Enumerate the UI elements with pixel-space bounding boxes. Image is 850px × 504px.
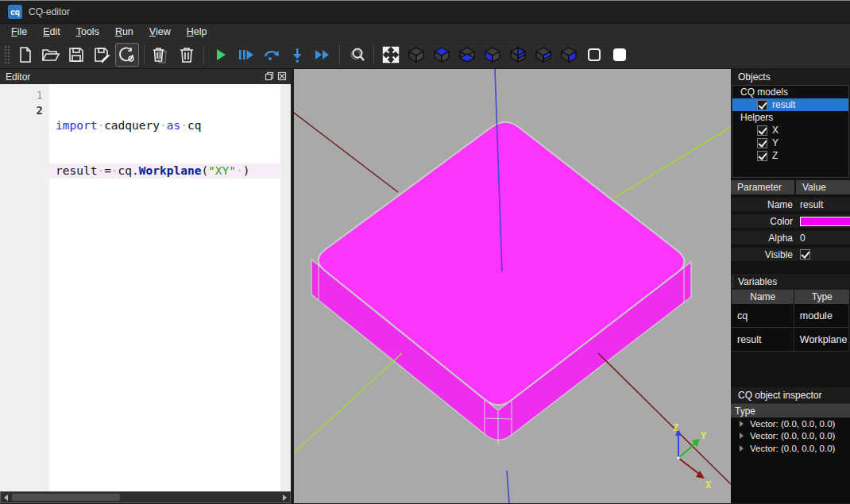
variables-panel-title: Variables <box>731 274 850 290</box>
iso-view-button[interactable] <box>404 43 428 67</box>
tree-item-result[interactable]: result <box>732 98 848 111</box>
left-view-button[interactable] <box>531 43 555 67</box>
wireframe-view-button[interactable] <box>582 43 606 67</box>
tree-group-cq-models[interactable]: CQ models <box>732 86 848 98</box>
toolbar-separator <box>339 45 340 64</box>
inspector-row-vector-3[interactable]: Vector: (0.0, 0.0, 0.0) <box>731 442 850 455</box>
scrollbar-thumb[interactable] <box>12 494 120 501</box>
top-view-button[interactable] <box>430 43 454 67</box>
toolbar-separator <box>203 45 204 64</box>
fit-view-button[interactable] <box>379 43 403 67</box>
zoom-search-button[interactable] <box>345 43 369 67</box>
scrollbar-track[interactable] <box>11 492 280 502</box>
menu-run[interactable]: Run <box>107 25 141 39</box>
left-view-cube-icon <box>534 45 553 64</box>
variables-table[interactable]: Name Type cq module result Workplane <box>732 290 849 352</box>
menu-help[interactable]: Help <box>179 25 215 39</box>
triad-x-label: X <box>705 479 712 491</box>
step-over-icon <box>263 47 280 63</box>
front-view-button[interactable] <box>481 43 504 67</box>
variables-type-header[interactable]: Type <box>794 290 849 304</box>
right-view-button[interactable] <box>557 43 581 67</box>
parameter-table-header: Parameter Value <box>731 180 850 194</box>
code-editor[interactable]: 1 2 import·cadquery·as·cq result·=·cq.Wo… <box>0 84 291 491</box>
save-as-icon <box>93 46 111 63</box>
shaded-view-button[interactable] <box>608 43 632 67</box>
line-number: 1 <box>0 88 49 103</box>
toolbar <box>0 40 850 69</box>
expander-icon[interactable] <box>740 433 744 439</box>
continue-button[interactable] <box>311 43 334 67</box>
step-over-button[interactable] <box>260 43 284 67</box>
objects-panel-title: Objects <box>731 69 850 85</box>
run-icon <box>214 48 228 62</box>
open-file-button[interactable] <box>39 43 63 67</box>
variable-row-result[interactable]: result Workplane <box>732 328 849 352</box>
debug-button[interactable] <box>234 43 258 67</box>
titlebar: cq CQ-editor <box>0 0 850 24</box>
run-button[interactable] <box>209 43 233 67</box>
save-icon <box>68 46 85 63</box>
inspector-row-vector-2[interactable]: Vector: (0.0, 0.0, 0.0) <box>731 430 850 443</box>
new-file-button[interactable] <box>14 43 37 67</box>
menu-view[interactable]: View <box>141 25 179 39</box>
param-name-value[interactable]: result <box>800 199 850 210</box>
parameter-column-header: Parameter <box>731 180 794 194</box>
bottom-view-button[interactable] <box>455 43 479 67</box>
param-row-color: Color <box>731 214 850 228</box>
result-checkbox[interactable] <box>757 100 767 110</box>
inspector-row-vector-1[interactable]: Vector: (0.0, 0.0, 0.0) <box>731 417 850 430</box>
reload-icon <box>118 46 136 63</box>
shaded-square-icon <box>612 47 628 63</box>
menu-file[interactable]: File <box>3 25 35 39</box>
viewport-3d[interactable]: Z Y X <box>294 69 731 503</box>
code-line-1: import·cadquery·as·cq <box>49 118 280 133</box>
menu-edit[interactable]: Edit <box>35 25 68 39</box>
variables-name-header[interactable]: Name <box>732 290 794 304</box>
param-alpha-value[interactable]: 0 <box>800 233 850 244</box>
window-title: CQ-editor <box>29 6 70 17</box>
tree-group-helpers[interactable]: Helpers <box>732 111 848 124</box>
tree-item-z[interactable]: Z <box>732 149 848 162</box>
reload-button[interactable] <box>115 43 139 67</box>
editor-vertical-scrollbar[interactable] <box>280 84 291 491</box>
trash-ghost-icon <box>152 46 171 63</box>
rear-view-button[interactable] <box>506 43 530 67</box>
inspector-type-header: Type <box>731 404 850 417</box>
variable-row-cq[interactable]: cq module <box>732 304 849 328</box>
line-number-gutter: 1 2 <box>0 84 49 491</box>
step-into-button[interactable] <box>285 43 309 67</box>
delete-all-button[interactable] <box>175 43 199 67</box>
save-as-button[interactable] <box>90 43 114 67</box>
delete-current-button[interactable] <box>149 43 173 67</box>
float-panel-icon[interactable] <box>265 70 274 84</box>
expander-icon[interactable] <box>740 445 744 452</box>
scroll-right-button[interactable] <box>280 492 290 502</box>
triad-y-label: Y <box>701 430 707 441</box>
menu-tools[interactable]: Tools <box>68 25 107 39</box>
open-folder-icon <box>41 46 60 63</box>
front-view-cube-icon <box>483 45 502 64</box>
editor-panel: Editor 1 2 import·cadquery·as·cq result·… <box>0 69 291 503</box>
objects-tree[interactable]: CQ models result Helpers X Y Z <box>732 85 849 178</box>
y-helper-checkbox[interactable] <box>757 138 767 148</box>
object-inspector[interactable]: Type Vector: (0.0, 0.0, 0.0) Vector: (0.… <box>731 403 850 503</box>
expander-icon[interactable] <box>740 421 744 427</box>
scroll-left-button[interactable] <box>1 492 11 502</box>
tree-item-y[interactable]: Y <box>732 137 848 149</box>
tree-item-x[interactable]: X <box>732 124 848 137</box>
scroll-left-icon <box>4 494 8 501</box>
code-area[interactable]: import·cadquery·as·cq result·=·cq.Workpl… <box>49 84 280 491</box>
save-button[interactable] <box>64 43 88 67</box>
x-helper-checkbox[interactable] <box>757 125 767 136</box>
bottom-view-cube-icon <box>458 45 477 64</box>
editor-horizontal-scrollbar[interactable] <box>0 491 291 503</box>
wireframe-square-icon <box>586 47 602 63</box>
color-swatch[interactable] <box>800 217 850 226</box>
z-helper-checkbox[interactable] <box>757 151 767 161</box>
toolbar-drag-handle[interactable] <box>3 44 10 65</box>
visible-checkbox[interactable] <box>800 249 810 260</box>
panel-drag-handle[interactable] <box>732 276 735 287</box>
close-panel-icon[interactable] <box>277 70 287 84</box>
editor-panel-titlebar: Editor <box>0 69 291 84</box>
